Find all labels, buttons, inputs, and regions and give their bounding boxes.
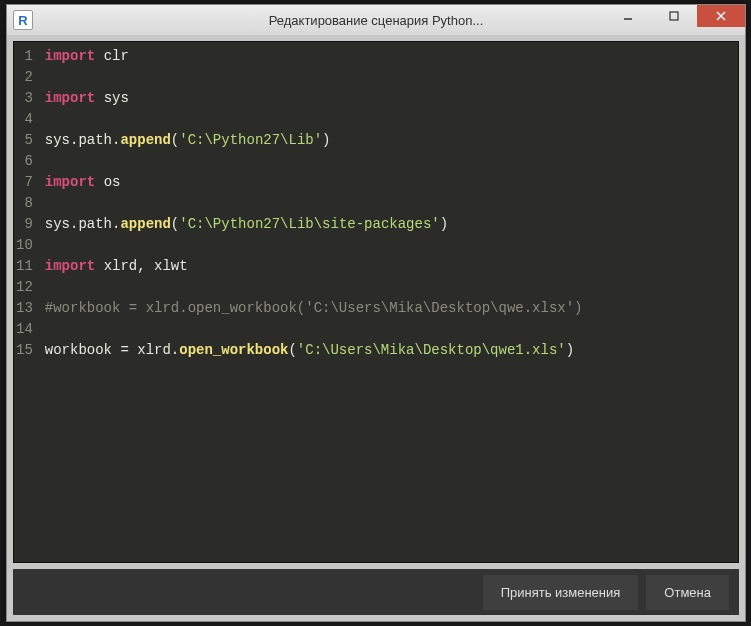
svg-rect-1 bbox=[670, 12, 678, 20]
code-line[interactable] bbox=[45, 235, 732, 256]
line-number: 1 bbox=[16, 46, 35, 67]
line-number: 14 bbox=[16, 319, 35, 340]
line-number: 4 bbox=[16, 109, 35, 130]
line-number: 15 bbox=[16, 340, 35, 361]
line-number: 8 bbox=[16, 193, 35, 214]
code-line[interactable]: workbook = xlrd.open_workbook('C:\Users\… bbox=[45, 340, 732, 361]
app-icon: R bbox=[13, 10, 33, 30]
code-line[interactable] bbox=[45, 277, 732, 298]
titlebar[interactable]: R Редактирование сценария Python... bbox=[7, 5, 745, 35]
line-number: 9 bbox=[16, 214, 35, 235]
code-line[interactable]: import os bbox=[45, 172, 732, 193]
code-line[interactable]: sys.path.append('C:\Python27\Lib') bbox=[45, 130, 732, 151]
code-line[interactable] bbox=[45, 109, 732, 130]
line-number: 13 bbox=[16, 298, 35, 319]
code-line[interactable]: import sys bbox=[45, 88, 732, 109]
code-line[interactable] bbox=[45, 67, 732, 88]
window-controls bbox=[605, 5, 745, 35]
editor-window: R Редактирование сценария Python... 1234… bbox=[6, 4, 746, 622]
line-number: 5 bbox=[16, 130, 35, 151]
code-line[interactable] bbox=[45, 193, 732, 214]
code-line[interactable]: sys.path.append('C:\Python27\Lib\site-pa… bbox=[45, 214, 732, 235]
code-line[interactable] bbox=[45, 151, 732, 172]
code-line[interactable]: import clr bbox=[45, 46, 732, 67]
code-line[interactable] bbox=[45, 319, 732, 340]
code-line[interactable]: #workbook = xlrd.open_workbook('C:\Users… bbox=[45, 298, 732, 319]
line-number: 12 bbox=[16, 277, 35, 298]
code-area[interactable]: import clr import sys sys.path.append('C… bbox=[39, 42, 738, 562]
line-number: 7 bbox=[16, 172, 35, 193]
code-editor[interactable]: 123456789101112131415 import clr import … bbox=[13, 41, 739, 563]
minimize-button[interactable] bbox=[605, 5, 651, 27]
accept-button[interactable]: Принять изменения bbox=[483, 575, 639, 610]
dialog-footer: Принять изменения Отмена bbox=[13, 569, 739, 615]
maximize-button[interactable] bbox=[651, 5, 697, 27]
line-number-gutter: 123456789101112131415 bbox=[14, 42, 39, 562]
code-line[interactable]: import xlrd, xlwt bbox=[45, 256, 732, 277]
close-button[interactable] bbox=[697, 5, 745, 27]
line-number: 11 bbox=[16, 256, 35, 277]
cancel-button[interactable]: Отмена bbox=[646, 575, 729, 610]
line-number: 3 bbox=[16, 88, 35, 109]
line-number: 10 bbox=[16, 235, 35, 256]
line-number: 2 bbox=[16, 67, 35, 88]
line-number: 6 bbox=[16, 151, 35, 172]
